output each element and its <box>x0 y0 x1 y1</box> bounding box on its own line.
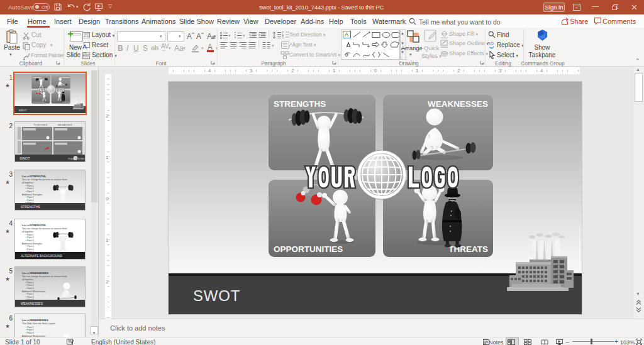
svg-text:List of STRENGTHS: List of STRENGTHS <box>22 224 46 227</box>
svg-text:• Point 1: • Point 1 <box>26 196 34 199</box>
svg-text:all together:: all together: <box>22 182 34 184</box>
svg-text:• Point 3: • Point 3 <box>26 190 34 193</box>
svg-text:List of STRENGTHS: List of STRENGTHS <box>22 175 46 178</box>
svg-text:b: b <box>491 41 494 45</box>
svg-text:all together:: all together: <box>22 278 34 281</box>
svg-text:• Point 1: • Point 1 <box>26 234 34 236</box>
svg-text:A: A <box>345 31 348 38</box>
svg-text:NEGATIVES: NEGATIVES <box>58 123 72 126</box>
svg-text:• Point 1: • Point 1 <box>26 293 34 295</box>
svg-text:• Point 1: • Point 1 <box>26 282 34 284</box>
svg-text:LOGO: LOGO <box>78 157 85 160</box>
svg-text:POSITIVES: POSITIVES <box>34 123 47 126</box>
svg-text:• Point 2: • Point 2 <box>26 187 34 190</box>
svg-text:• Point 3: • Point 3 <box>26 332 34 334</box>
svg-text:Additional Weaknesses: Additional Weaknesses <box>22 290 45 293</box>
svg-text:• Point 2: • Point 2 <box>26 329 34 331</box>
svg-text:You can change the pictures or: You can change the pictures or remove th… <box>22 227 67 230</box>
svg-text:• Point 2: • Point 2 <box>26 296 34 298</box>
svg-text:• Point 2: • Point 2 <box>26 236 34 239</box>
svg-text:• Point 2: • Point 2 <box>26 284 34 287</box>
svg-text:You can change the pictures or: You can change the pictures or remove th… <box>22 178 67 181</box>
svg-text:This Slide Uses the Static Lay: This Slide Uses the Static Layout <box>22 322 55 325</box>
svg-text:• Point 2: • Point 2 <box>26 199 34 202</box>
svg-text:You can change the pictures or: You can change the pictures or remove th… <box>22 275 67 278</box>
svg-text:Additional Strengths: Additional Strengths <box>22 243 42 245</box>
svg-text:List of WEAKNESSES: List of WEAKNESSES <box>22 319 48 322</box>
svg-text:YOUR: YOUR <box>68 157 75 160</box>
svg-text:List of WEAKNESSES: List of WEAKNESSES <box>22 271 48 275</box>
svg-text:WEAKNESSES: WEAKNESSES <box>21 302 43 305</box>
svg-text:all together:: all together: <box>22 231 34 233</box>
svg-text:• Point 1: • Point 1 <box>26 326 34 329</box>
svg-text:STRENGTHS: STRENGTHS <box>21 205 41 209</box>
svg-text:SWOT: SWOT <box>19 156 30 160</box>
svg-text:• Point 1: • Point 1 <box>26 185 34 187</box>
svg-text:• Point 2: • Point 2 <box>26 248 34 251</box>
svg-text:ALTERNATE BACKGROUND: ALTERNATE BACKGROUND <box>21 254 62 258</box>
svg-text:c: c <box>491 46 492 50</box>
svg-text:• Point 3: • Point 3 <box>26 239 34 242</box>
svg-text:• Point 1: • Point 1 <box>26 245 34 248</box>
svg-text:Additional Strengths: Additional Strengths <box>22 194 42 196</box>
svg-text:• Point 3: • Point 3 <box>26 287 34 290</box>
